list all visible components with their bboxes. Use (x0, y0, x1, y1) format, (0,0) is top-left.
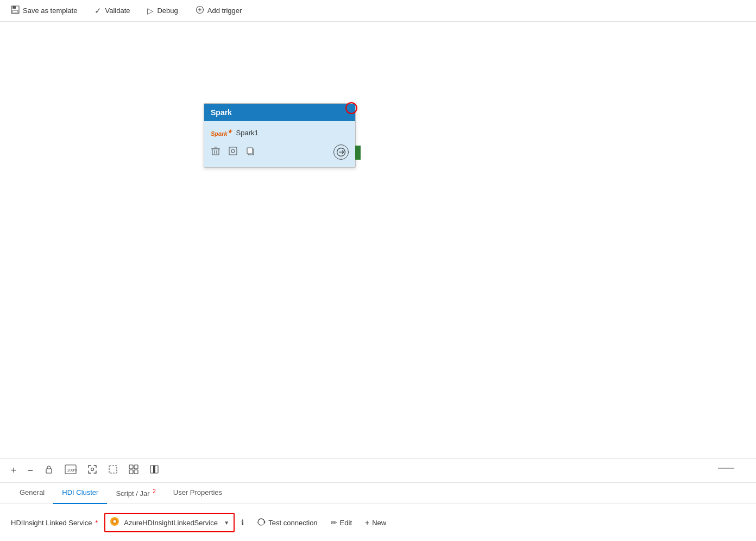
layout-icon[interactable] (129, 464, 138, 477)
toolbar: Save as template ✓ Validate ▷ Debug Add … (0, 0, 756, 22)
settings-icon[interactable] (228, 146, 238, 158)
linked-service-icon (110, 517, 119, 529)
validate-icon: ✓ (94, 6, 102, 16)
lock-icon[interactable] (44, 464, 54, 477)
svg-point-12 (231, 149, 235, 153)
add-trigger-icon (196, 5, 204, 16)
required-marker: * (95, 519, 98, 527)
script-jar-badge: 2 (153, 488, 156, 494)
linked-service-label: HDIInsight Linked Service * (11, 519, 98, 527)
edit-icon: ✏ (331, 518, 337, 527)
add-connection-icon[interactable] (333, 144, 349, 160)
spark-activity-node[interactable]: Spark Spark★ Spark1 (204, 103, 356, 168)
spark-logo-icon: Spark★ (211, 129, 232, 137)
linked-service-dropdown[interactable]: AzureHDInsightLinkedService ▼ (104, 513, 235, 532)
svg-rect-2 (12, 10, 18, 13)
save-template-icon (11, 5, 20, 16)
zoom-in-icon[interactable]: + (11, 465, 17, 476)
svg-rect-24 (129, 465, 133, 469)
save-template-button[interactable]: Save as template (11, 5, 77, 16)
node-actions (211, 144, 349, 160)
plus-icon: + (365, 518, 369, 527)
fit-screen-icon[interactable] (87, 464, 97, 477)
debug-icon: ▷ (147, 6, 154, 16)
svg-point-33 (264, 521, 266, 523)
select-icon[interactable] (108, 464, 118, 477)
svg-rect-23 (109, 465, 117, 473)
new-button[interactable]: + New (365, 518, 386, 527)
test-connection-label: Test connection (268, 519, 317, 527)
svg-point-32 (114, 520, 116, 523)
panel-tabs: General HDI Cluster Script / Jar 2 User … (0, 483, 756, 504)
svg-rect-25 (134, 465, 138, 469)
validate-label: Validate (105, 7, 130, 15)
bottom-panel: General HDI Cluster Script / Jar 2 User … (0, 482, 756, 541)
panel-resize-handle[interactable] (718, 468, 734, 469)
node-activity-name: Spark1 (236, 129, 259, 137)
hdi-cluster-panel: HDIInsight Linked Service * AzureHDInsig… (0, 504, 756, 541)
delete-icon[interactable] (211, 146, 220, 158)
tab-user-properties[interactable]: User Properties (165, 483, 231, 504)
svg-rect-11 (229, 147, 237, 155)
svg-rect-26 (129, 470, 133, 474)
copy-icon[interactable] (245, 146, 255, 158)
node-label: Spark★ Spark1 (211, 129, 349, 137)
svg-rect-19 (46, 469, 52, 473)
node-body: Spark★ Spark1 (204, 121, 355, 167)
fit-100-icon[interactable]: 100% (65, 464, 77, 477)
svg-rect-14 (247, 148, 253, 154)
new-label: New (372, 519, 386, 527)
test-connection-icon (257, 518, 266, 528)
add-trigger-button[interactable]: Add trigger (196, 5, 242, 16)
tab-hdi-cluster[interactable]: HDI Cluster (53, 483, 107, 504)
save-template-label: Save as template (23, 7, 77, 15)
node-header: Spark (204, 104, 355, 121)
info-icon[interactable]: ℹ (241, 518, 244, 527)
chevron-down-icon: ▼ (224, 520, 229, 526)
edit-button[interactable]: ✏ Edit (331, 518, 352, 527)
right-connector[interactable] (355, 146, 361, 160)
test-connection-button[interactable]: Test connection (257, 518, 317, 528)
validate-button[interactable]: ✓ Validate (94, 6, 130, 16)
svg-rect-27 (134, 470, 138, 474)
pipeline-canvas[interactable]: Spark Spark★ Spark1 (0, 22, 756, 458)
svg-rect-29 (153, 465, 155, 473)
edit-label: Edit (340, 519, 352, 527)
theme-icon[interactable] (149, 464, 159, 477)
svg-point-22 (91, 468, 94, 470)
svg-rect-1 (12, 6, 16, 9)
tab-general[interactable]: General (11, 483, 53, 504)
zoom-out-icon[interactable]: − (28, 465, 34, 476)
zoom-controls-bar: + − 100% (0, 458, 756, 482)
top-connector[interactable] (345, 102, 357, 114)
debug-label: Debug (157, 7, 178, 15)
tab-script-jar[interactable]: Script / Jar 2 (107, 483, 164, 504)
svg-text:100%: 100% (67, 468, 77, 473)
svg-rect-6 (212, 149, 219, 155)
linked-service-name: AzureHDInsightLinkedService (124, 519, 219, 527)
debug-button[interactable]: ▷ Debug (147, 6, 178, 16)
add-trigger-label: Add trigger (207, 7, 242, 15)
